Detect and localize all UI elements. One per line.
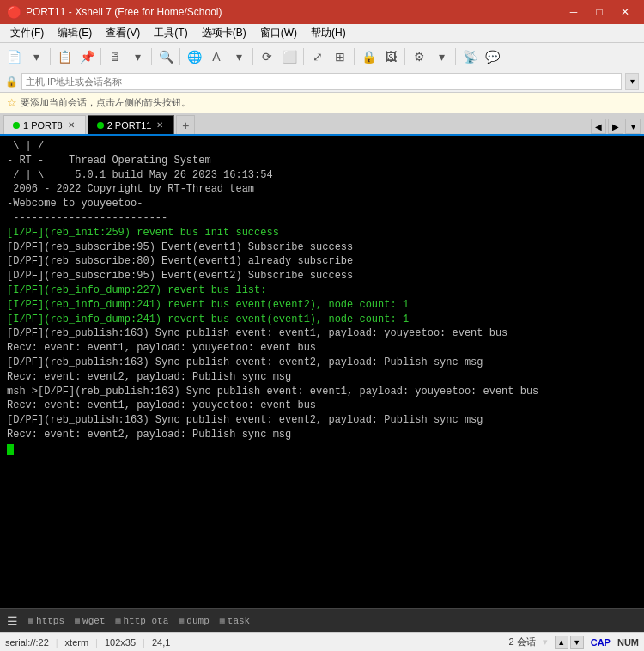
quick-cmd-wget[interactable]: ▦ wget (75, 616, 105, 626)
cap-indicator: CAP (591, 637, 611, 648)
toolbar-btn-9[interactable]: 🔒 (358, 46, 379, 67)
menu-file[interactable]: 文件(F) (3, 24, 51, 42)
toolbar-btn-11[interactable]: ⚙ (409, 46, 429, 67)
terminal-line: [D/PF](reb_publish:163) Sync publish eve… (7, 356, 637, 370)
window-title: PORT11 - Xshell 7 (Free for Home/School) (26, 6, 562, 18)
terminal-area[interactable]: \ | /- RT - Thread Operating System / | … (0, 136, 644, 608)
toolbar-btn-12[interactable]: 📡 (459, 46, 480, 67)
tab-dot-port11 (97, 122, 104, 129)
menu-tabs[interactable]: 选项卡(B) (195, 24, 253, 42)
terminal-cursor-line (7, 442, 637, 457)
menu-edit[interactable]: 编辑(E) (51, 24, 99, 42)
status-sep-4: ▾ (543, 636, 548, 648)
menu-window[interactable]: 窗口(W) (253, 24, 304, 42)
address-input[interactable] (21, 73, 622, 90)
connect-button[interactable]: 🖥 (105, 46, 125, 67)
terminal-line: [I/PF](reb_info_dump:241) revent bus eve… (7, 298, 637, 313)
terminal-line: Recv: event: event2, payload: Publish sy… (7, 428, 637, 442)
status-sep-2: | (95, 637, 98, 648)
terminal-line: / | \ 5.0.1 build May 26 2023 16:13:54 (7, 168, 637, 183)
new-session-button[interactable]: 📄 (3, 46, 24, 67)
quick-cmd-menu[interactable]: ☰ (7, 614, 18, 628)
color-button[interactable]: 🌐 (184, 46, 204, 67)
quick-commands-bar: ☰ ▦ https ▦ wget ▦ http_ota ▦ dump ▦ tas… (0, 608, 644, 632)
status-sep-3: | (143, 637, 145, 648)
tabs-bar: 1 PORT8 ✕ 2 PORT11 ✕ + ◀ ▶ ▾ (0, 113, 644, 136)
terminal-line: Recv: event: event1, payload: youyeetoo:… (7, 399, 637, 413)
menu-tools[interactable]: 工具(T) (147, 24, 194, 42)
minimize-button[interactable]: ─ (562, 3, 586, 21)
toolbar-sep-6 (303, 48, 304, 65)
tab-label-port11: 2 PORT11 (107, 120, 152, 131)
toolbar-sep-2 (100, 48, 101, 65)
scroll-down-button[interactable]: ▼ (570, 636, 584, 649)
address-dropdown-button[interactable]: ▾ (625, 73, 639, 90)
find-button[interactable]: 🔍 (155, 46, 176, 67)
maximize-button[interactable]: □ (587, 3, 611, 21)
quick-cmd-http-ota-icon: ▦ (115, 616, 120, 626)
new-tab-button[interactable]: + (176, 115, 195, 134)
scroll-nav-arrows: ▲ ▼ (555, 636, 584, 649)
lock-icon: 🔒 (5, 76, 18, 88)
toolbar-sep-7 (354, 48, 355, 65)
status-bar: serial://:22 | xterm | 102x35 | 24,1 2 会… (0, 632, 644, 651)
terminal-line: Recv: event: event2, payload: Publish sy… (7, 370, 637, 385)
tab-nav-right[interactable]: ▶ (608, 119, 623, 134)
full-screen-button[interactable]: ⤢ (307, 46, 328, 67)
quick-cmd-https-icon: ▦ (28, 616, 33, 626)
tabs-navigation: ◀ ▶ ▾ (591, 119, 641, 134)
session-hint-text: 要添加当前会话，点击左侧的箭头按钮。 (21, 96, 191, 109)
tab-port11[interactable]: 2 PORT11 ✕ (88, 115, 175, 134)
toolbar-sep-3 (151, 48, 152, 65)
menu-bar: 文件(F) 编辑(E) 查看(V) 工具(T) 选项卡(B) 窗口(W) 帮助(… (0, 24, 644, 43)
font-button[interactable]: A (206, 46, 227, 67)
terminal-line: Recv: event: event1, payload: youyeetoo:… (7, 341, 637, 356)
tab-nav-left[interactable]: ◀ (591, 119, 606, 134)
menu-help[interactable]: 帮助(H) (304, 24, 353, 42)
terminal-line: [I/PF](reb_info_dump:241) revent bus eve… (7, 313, 637, 327)
tab-nav-menu[interactable]: ▾ (625, 119, 641, 134)
terminal-line: [D/PF](reb_publish:163) Sync publish eve… (7, 326, 637, 341)
terminal-line: [I/PF](reb_info_dump:227) revent bus lis… (7, 283, 637, 298)
tab-close-port8[interactable]: ✕ (66, 120, 76, 130)
terminal-line: [D/PF](reb_publish:163) Sync publish eve… (7, 413, 637, 428)
quick-cmd-task[interactable]: ▦ task (220, 616, 250, 626)
session-hint: ☆ 要添加当前会话，点击左侧的箭头按钮。 (0, 93, 644, 113)
star-icon: ☆ (7, 96, 17, 109)
scroll-up-button[interactable]: ▲ (555, 636, 568, 649)
title-bar: 🔴 PORT11 - Xshell 7 (Free for Home/Schoo… (0, 0, 644, 24)
toolbar-dropdown-4[interactable]: ▾ (431, 46, 452, 67)
toolbar-dropdown-1[interactable]: ▾ (26, 46, 46, 67)
quick-cmd-http-ota[interactable]: ▦ http_ota (115, 616, 168, 626)
tab-close-port11[interactable]: ✕ (155, 120, 165, 130)
quick-cmd-https[interactable]: ▦ https (28, 616, 64, 626)
toolbar-btn-10[interactable]: 🖼 (380, 46, 401, 67)
toolbar-sep-5 (252, 48, 253, 65)
address-bar: 🔒 ▾ (0, 70, 644, 93)
tab-dot-port8 (13, 122, 20, 129)
toolbar-btn-6[interactable]: ⟳ (257, 46, 277, 67)
window-controls: ─ □ ✕ (562, 3, 637, 21)
toolbar-btn-13[interactable]: 💬 (482, 46, 502, 67)
terminal-line: \ | / (7, 139, 637, 154)
app-icon: 🔴 (7, 5, 21, 19)
toolbar-btn-7[interactable]: ⬜ (279, 46, 300, 67)
status-sep-1: | (56, 637, 58, 648)
tab-port8[interactable]: 1 PORT8 ✕ (3, 115, 86, 134)
paste-button[interactable]: 📌 (76, 46, 97, 67)
toolbar-sep-8 (404, 48, 405, 65)
terminal-line: msh >[D/PF](reb_publish:163) Sync publis… (7, 385, 637, 399)
session-count: 2 会话 (509, 636, 536, 648)
terminal-line: [D/PF](reb_subscribe:95) Event(event2) S… (7, 269, 637, 283)
toolbar-sep-1 (50, 48, 51, 65)
toolbar: 📄 ▾ 📋 📌 🖥 ▾ 🔍 🌐 A ▾ ⟳ ⬜ ⤢ ⊞ 🔒 🖼 ⚙ ▾ 📡 💬 (0, 43, 644, 70)
close-button[interactable]: ✕ (613, 3, 637, 21)
quick-cmd-dump-icon: ▦ (179, 616, 184, 626)
toolbar-dropdown-3[interactable]: ▾ (228, 46, 249, 67)
menu-view[interactable]: 查看(V) (99, 24, 147, 42)
copy-button[interactable]: 📋 (54, 46, 75, 67)
toolbar-btn-8[interactable]: ⊞ (330, 46, 350, 67)
quick-cmd-dump[interactable]: ▦ dump (179, 616, 209, 626)
quick-cmd-task-icon: ▦ (220, 616, 225, 626)
toolbar-dropdown-2[interactable]: ▾ (127, 46, 148, 67)
